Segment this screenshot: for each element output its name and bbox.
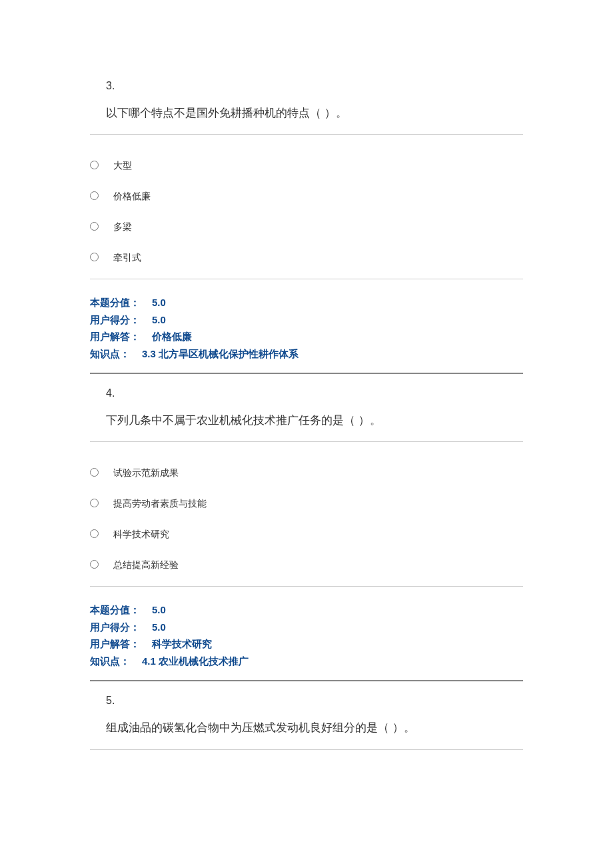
meta-label: 知识点： [90,345,130,363]
option-radio[interactable] [90,222,99,231]
page-content: 3. 以下哪个特点不是国外免耕播种机的特点（ ）。 大型 价格低廉 多梁 牵引式 [0,0,613,797]
question-meta: 本题分值： 5.0 用户得分： 5.0 用户解答： 科学技术研究 知识点： 4.… [90,587,523,680]
meta-user-score: 用户得分： 5.0 [90,619,523,636]
question-number: 3. [90,73,523,104]
options-list: 试验示范新成果 提高劳动者素质与技能 科学技术研究 总结提高新经验 [90,442,523,586]
meta-user-answer: 用户解答： 科学技术研究 [90,635,523,653]
option-label: 价格低廉 [113,188,151,203]
meta-label: 用户得分： [90,619,140,636]
meta-label: 用户得分： [90,311,140,329]
option-label: 科学技术研究 [113,526,169,541]
option-label: 总结提高新经验 [113,557,179,571]
meta-value: 5.0 [152,311,166,329]
question-5: 5. 组成油品的碳氢化合物中为压燃式发动机良好组分的是（ ）。 [90,688,523,749]
option-row: 提高劳动者素质与技能 [90,487,523,518]
thick-separator [90,373,523,374]
question-4: 4. 下列几条中不属于农业机械化技术推广任务的是（ ）。 试验示范新成果 提高劳… [90,381,523,681]
option-row: 总结提高新经验 [90,549,523,579]
option-label: 多梁 [113,219,132,233]
meta-label: 用户解答： [90,328,140,345]
option-row: 多梁 [90,211,523,241]
meta-label: 本题分值： [90,294,140,311]
meta-user-answer: 用户解答： 价格低廉 [90,328,523,345]
meta-value: 3.3 北方旱区机械化保护性耕作体系 [142,345,299,363]
option-radio[interactable] [90,560,99,569]
option-radio[interactable] [90,499,99,507]
meta-value: 科学技术研究 [152,635,212,653]
question-number: 4. [90,381,523,411]
meta-label: 本题分值： [90,601,140,619]
option-label: 提高劳动者素质与技能 [113,495,207,510]
question-text: 组成油品的碳氢化合物中为压燃式发动机良好组分的是（ ）。 [90,719,523,749]
option-row: 科学技术研究 [90,518,523,549]
meta-score: 本题分值： 5.0 [90,294,523,311]
question-meta: 本题分值： 5.0 用户得分： 5.0 用户解答： 价格低廉 知识点： 3.3 … [90,279,523,373]
meta-user-score: 用户得分： 5.0 [90,311,523,329]
question-text: 下列几条中不属于农业机械化技术推广任务的是（ ）。 [90,411,523,441]
meta-value: 5.0 [152,601,166,619]
option-radio[interactable] [90,161,99,169]
meta-value: 4.1 农业机械化技术推广 [142,653,249,670]
option-label: 牵引式 [113,249,141,264]
meta-score: 本题分值： 5.0 [90,601,523,619]
question-text: 以下哪个特点不是国外免耕播种机的特点（ ）。 [90,104,523,134]
meta-knowledge-point: 知识点： 3.3 北方旱区机械化保护性耕作体系 [90,345,523,363]
meta-label: 知识点： [90,653,130,670]
option-label: 试验示范新成果 [113,465,179,479]
thick-separator [90,680,523,681]
question-number: 5. [90,688,523,719]
meta-value: 5.0 [152,294,166,311]
option-row: 试验示范新成果 [90,457,523,487]
option-radio[interactable] [90,253,99,261]
question-3: 3. 以下哪个特点不是国外免耕播种机的特点（ ）。 大型 价格低廉 多梁 牵引式 [90,73,523,374]
meta-label: 用户解答： [90,635,140,653]
option-radio[interactable] [90,468,99,477]
option-radio[interactable] [90,529,99,538]
separator [90,749,523,750]
meta-knowledge-point: 知识点： 4.1 农业机械化技术推广 [90,653,523,670]
option-label: 大型 [113,157,132,172]
option-row: 牵引式 [90,241,523,272]
meta-value: 5.0 [152,619,166,636]
option-radio[interactable] [90,191,99,200]
options-list: 大型 价格低廉 多梁 牵引式 [90,135,523,279]
meta-value: 价格低廉 [152,328,192,345]
option-row: 价格低廉 [90,180,523,211]
option-row: 大型 [90,149,523,180]
